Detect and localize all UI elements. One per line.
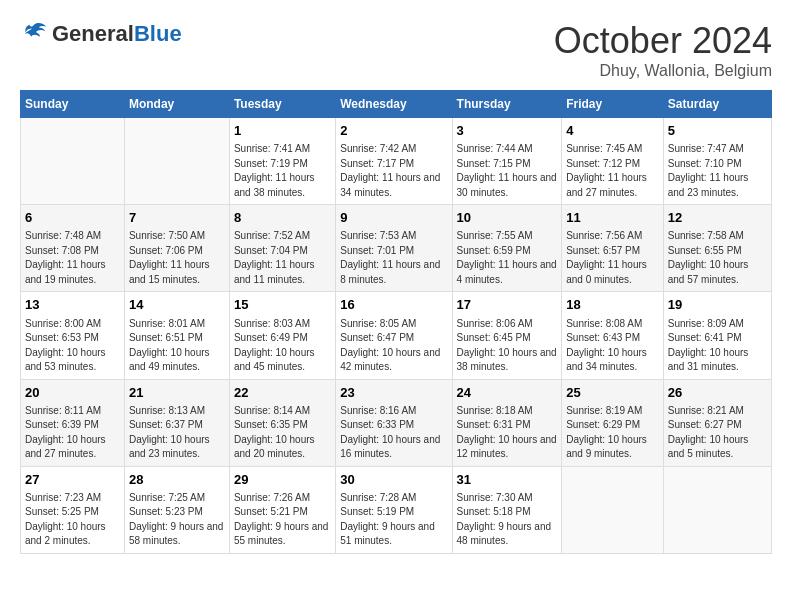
day-info: Sunrise: 8:21 AM Sunset: 6:27 PM Dayligh…	[668, 404, 767, 462]
calendar-cell: 22Sunrise: 8:14 AM Sunset: 6:35 PM Dayli…	[229, 379, 335, 466]
calendar-cell: 17Sunrise: 8:06 AM Sunset: 6:45 PM Dayli…	[452, 292, 562, 379]
column-header-friday: Friday	[562, 91, 664, 118]
day-number: 7	[129, 209, 225, 227]
day-info: Sunrise: 8:06 AM Sunset: 6:45 PM Dayligh…	[457, 317, 558, 375]
day-info: Sunrise: 7:56 AM Sunset: 6:57 PM Dayligh…	[566, 229, 659, 287]
day-number: 13	[25, 296, 120, 314]
calendar-cell: 4Sunrise: 7:45 AM Sunset: 7:12 PM Daylig…	[562, 118, 664, 205]
day-info: Sunrise: 7:42 AM Sunset: 7:17 PM Dayligh…	[340, 142, 447, 200]
calendar-cell: 26Sunrise: 8:21 AM Sunset: 6:27 PM Dayli…	[663, 379, 771, 466]
calendar-header: SundayMondayTuesdayWednesdayThursdayFrid…	[21, 91, 772, 118]
day-info: Sunrise: 8:01 AM Sunset: 6:51 PM Dayligh…	[129, 317, 225, 375]
day-info: Sunrise: 8:19 AM Sunset: 6:29 PM Dayligh…	[566, 404, 659, 462]
calendar-cell: 6Sunrise: 7:48 AM Sunset: 7:08 PM Daylig…	[21, 205, 125, 292]
calendar-cell: 31Sunrise: 7:30 AM Sunset: 5:18 PM Dayli…	[452, 466, 562, 553]
day-info: Sunrise: 7:41 AM Sunset: 7:19 PM Dayligh…	[234, 142, 331, 200]
day-info: Sunrise: 7:47 AM Sunset: 7:10 PM Dayligh…	[668, 142, 767, 200]
logo-text: GeneralBlue	[52, 22, 182, 46]
calendar-week-2: 6Sunrise: 7:48 AM Sunset: 7:08 PM Daylig…	[21, 205, 772, 292]
calendar-cell	[562, 466, 664, 553]
day-number: 21	[129, 384, 225, 402]
column-header-saturday: Saturday	[663, 91, 771, 118]
calendar-cell: 9Sunrise: 7:53 AM Sunset: 7:01 PM Daylig…	[336, 205, 452, 292]
day-number: 22	[234, 384, 331, 402]
day-number: 31	[457, 471, 558, 489]
column-header-wednesday: Wednesday	[336, 91, 452, 118]
day-number: 29	[234, 471, 331, 489]
day-number: 23	[340, 384, 447, 402]
day-number: 11	[566, 209, 659, 227]
day-number: 28	[129, 471, 225, 489]
day-info: Sunrise: 7:48 AM Sunset: 7:08 PM Dayligh…	[25, 229, 120, 287]
calendar-cell: 3Sunrise: 7:44 AM Sunset: 7:15 PM Daylig…	[452, 118, 562, 205]
month-title: October 2024	[554, 20, 772, 62]
calendar-cell: 25Sunrise: 8:19 AM Sunset: 6:29 PM Dayli…	[562, 379, 664, 466]
day-number: 8	[234, 209, 331, 227]
calendar-cell: 2Sunrise: 7:42 AM Sunset: 7:17 PM Daylig…	[336, 118, 452, 205]
calendar-cell: 21Sunrise: 8:13 AM Sunset: 6:37 PM Dayli…	[124, 379, 229, 466]
calendar-table: SundayMondayTuesdayWednesdayThursdayFrid…	[20, 90, 772, 554]
page-header: GeneralBlue October 2024 Dhuy, Wallonia,…	[20, 20, 772, 80]
calendar-cell: 15Sunrise: 8:03 AM Sunset: 6:49 PM Dayli…	[229, 292, 335, 379]
calendar-cell	[663, 466, 771, 553]
day-info: Sunrise: 8:13 AM Sunset: 6:37 PM Dayligh…	[129, 404, 225, 462]
day-number: 16	[340, 296, 447, 314]
day-number: 17	[457, 296, 558, 314]
day-number: 19	[668, 296, 767, 314]
calendar-cell: 1Sunrise: 7:41 AM Sunset: 7:19 PM Daylig…	[229, 118, 335, 205]
calendar-cell: 23Sunrise: 8:16 AM Sunset: 6:33 PM Dayli…	[336, 379, 452, 466]
calendar-week-5: 27Sunrise: 7:23 AM Sunset: 5:25 PM Dayli…	[21, 466, 772, 553]
day-info: Sunrise: 8:18 AM Sunset: 6:31 PM Dayligh…	[457, 404, 558, 462]
calendar-cell: 8Sunrise: 7:52 AM Sunset: 7:04 PM Daylig…	[229, 205, 335, 292]
calendar-cell: 12Sunrise: 7:58 AM Sunset: 6:55 PM Dayli…	[663, 205, 771, 292]
calendar-cell	[21, 118, 125, 205]
column-header-thursday: Thursday	[452, 91, 562, 118]
day-info: Sunrise: 7:58 AM Sunset: 6:55 PM Dayligh…	[668, 229, 767, 287]
day-info: Sunrise: 8:09 AM Sunset: 6:41 PM Dayligh…	[668, 317, 767, 375]
day-info: Sunrise: 8:16 AM Sunset: 6:33 PM Dayligh…	[340, 404, 447, 462]
day-number: 1	[234, 122, 331, 140]
calendar-cell: 24Sunrise: 8:18 AM Sunset: 6:31 PM Dayli…	[452, 379, 562, 466]
logo: GeneralBlue	[20, 20, 182, 48]
day-number: 3	[457, 122, 558, 140]
calendar-body: 1Sunrise: 7:41 AM Sunset: 7:19 PM Daylig…	[21, 118, 772, 554]
logo-bird-icon	[20, 20, 48, 48]
day-info: Sunrise: 7:44 AM Sunset: 7:15 PM Dayligh…	[457, 142, 558, 200]
day-info: Sunrise: 7:55 AM Sunset: 6:59 PM Dayligh…	[457, 229, 558, 287]
calendar-cell: 16Sunrise: 8:05 AM Sunset: 6:47 PM Dayli…	[336, 292, 452, 379]
calendar-cell: 20Sunrise: 8:11 AM Sunset: 6:39 PM Dayli…	[21, 379, 125, 466]
day-info: Sunrise: 7:26 AM Sunset: 5:21 PM Dayligh…	[234, 491, 331, 549]
day-number: 6	[25, 209, 120, 227]
day-number: 18	[566, 296, 659, 314]
calendar-cell: 7Sunrise: 7:50 AM Sunset: 7:06 PM Daylig…	[124, 205, 229, 292]
day-info: Sunrise: 7:30 AM Sunset: 5:18 PM Dayligh…	[457, 491, 558, 549]
day-info: Sunrise: 7:50 AM Sunset: 7:06 PM Dayligh…	[129, 229, 225, 287]
calendar-cell: 19Sunrise: 8:09 AM Sunset: 6:41 PM Dayli…	[663, 292, 771, 379]
calendar-cell: 10Sunrise: 7:55 AM Sunset: 6:59 PM Dayli…	[452, 205, 562, 292]
calendar-cell: 18Sunrise: 8:08 AM Sunset: 6:43 PM Dayli…	[562, 292, 664, 379]
calendar-week-4: 20Sunrise: 8:11 AM Sunset: 6:39 PM Dayli…	[21, 379, 772, 466]
day-info: Sunrise: 7:23 AM Sunset: 5:25 PM Dayligh…	[25, 491, 120, 549]
title-block: October 2024 Dhuy, Wallonia, Belgium	[554, 20, 772, 80]
day-number: 14	[129, 296, 225, 314]
day-info: Sunrise: 7:53 AM Sunset: 7:01 PM Dayligh…	[340, 229, 447, 287]
day-info: Sunrise: 7:45 AM Sunset: 7:12 PM Dayligh…	[566, 142, 659, 200]
day-number: 25	[566, 384, 659, 402]
day-number: 20	[25, 384, 120, 402]
day-info: Sunrise: 7:52 AM Sunset: 7:04 PM Dayligh…	[234, 229, 331, 287]
day-info: Sunrise: 8:05 AM Sunset: 6:47 PM Dayligh…	[340, 317, 447, 375]
day-info: Sunrise: 8:03 AM Sunset: 6:49 PM Dayligh…	[234, 317, 331, 375]
calendar-week-1: 1Sunrise: 7:41 AM Sunset: 7:19 PM Daylig…	[21, 118, 772, 205]
day-info: Sunrise: 7:25 AM Sunset: 5:23 PM Dayligh…	[129, 491, 225, 549]
calendar-cell: 29Sunrise: 7:26 AM Sunset: 5:21 PM Dayli…	[229, 466, 335, 553]
calendar-cell: 5Sunrise: 7:47 AM Sunset: 7:10 PM Daylig…	[663, 118, 771, 205]
day-number: 26	[668, 384, 767, 402]
day-number: 27	[25, 471, 120, 489]
column-header-tuesday: Tuesday	[229, 91, 335, 118]
header-row: SundayMondayTuesdayWednesdayThursdayFrid…	[21, 91, 772, 118]
day-number: 30	[340, 471, 447, 489]
calendar-cell: 27Sunrise: 7:23 AM Sunset: 5:25 PM Dayli…	[21, 466, 125, 553]
day-info: Sunrise: 8:14 AM Sunset: 6:35 PM Dayligh…	[234, 404, 331, 462]
day-number: 24	[457, 384, 558, 402]
calendar-cell	[124, 118, 229, 205]
